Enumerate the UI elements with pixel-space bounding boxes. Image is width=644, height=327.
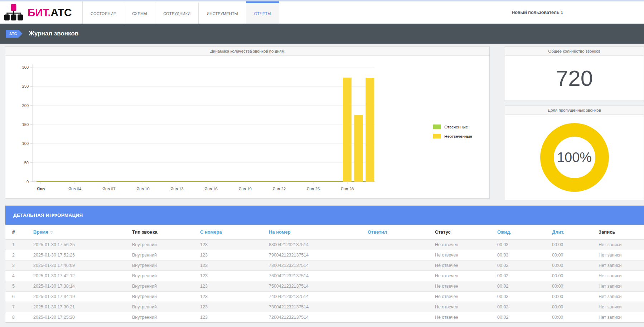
chart-axis-label: 50 [24,161,29,165]
column-header[interactable]: На номер [266,225,365,240]
table-cell: Внутренний [129,302,197,312]
table-cell: 2025-01-30 17:42:12 [30,271,129,281]
logo-text-secondary: АТС [50,6,72,18]
table-cell: 2025-01-30 17:30:21 [30,302,129,312]
table-cell: 7 [5,302,30,312]
breadcrumb: АТС Журнал звонков [0,24,644,44]
table-cell: 123 [197,271,266,281]
table-cell [365,240,432,250]
table-cell: 4 [5,271,30,281]
nav-tab-5[interactable]: ОТЧЕТЫ [246,1,280,24]
table-cell: 7400421232137514 [266,292,365,302]
chart-axis-label: Янв 16 [204,187,218,191]
navbar: БИТ.АТС СОСТОЯНИЕСХЕМЫСОТРУДНИКИИНСТРУМЕ… [0,1,644,24]
table-cell: 2025-01-30 17:34:19 [30,292,129,302]
table-cell: 7800421232137514 [266,260,365,271]
table-cell: Нет записи [596,240,644,250]
table-cell: 00:00 [549,260,596,271]
table-cell: 7200421232137514 [266,312,365,323]
table-cell: 8 [5,312,30,323]
table-cell: 123 [197,281,266,292]
chart-shape [343,78,352,182]
atc-badge[interactable]: АТС [6,30,23,38]
chart-axis-label: Янв 25 [306,187,320,191]
table-cell: Внутренний [129,292,197,302]
calls-dynamics-panel: Динамика количества звонков по дням 0501… [5,47,490,199]
table-cell: 123 [197,302,266,312]
table-cell [365,260,432,271]
table-cell: Нет записи [596,302,644,312]
table-cell: Не отвечен [432,250,494,260]
column-header[interactable]: Ожид. [494,225,549,240]
legend-label: Неотвеченные [444,134,472,138]
chart-axis-label: Янв 19 [238,187,252,191]
table-cell [365,312,432,323]
nav-tab-4[interactable]: ИНСТРУМЕНТЫ [199,1,246,24]
calls-table: #Время▽Тип звонкаС номераНа номерОтветил… [5,225,644,322]
table-cell: 00:02 [494,271,549,281]
table-cell: Нет записи [596,281,644,292]
table-cell: Нет записи [596,312,644,323]
table-row: 22025-01-30 17:52:26Внутренний1237900421… [5,250,644,260]
chart-title: Динамика количества звонков по дням [5,47,489,56]
nav-tab-3[interactable]: СОТРУДНИКИ [155,1,199,24]
table-row: 82025-01-30 17:25:30Внутренний1237200421… [5,312,644,323]
org-chart-logo-icon [4,4,23,21]
calls-bar-chart: 050100150200250300ЯнвЯнв 04Янв 07Янв 10Я… [5,56,489,197]
column-header[interactable]: С номера [197,225,266,240]
table-row: 42025-01-30 17:42:12Внутренний1237600421… [5,271,644,281]
chart-axis-label: Янв [37,187,45,191]
chart-axis-label: Янв 10 [136,187,150,191]
table-cell: 00:03 [494,250,549,260]
logo-text: БИТ.АТС [28,6,72,19]
total-calls-value: 720 [505,56,644,101]
chart-shape [365,78,374,182]
table-cell: Внутренний [129,250,197,260]
legend-item-2: Неотвеченные [433,134,472,138]
table-cell: Внутренний [129,240,197,250]
table-cell: 00:00 [549,312,596,323]
table-cell: 00:03 [494,240,549,250]
column-header[interactable]: Ответил [365,225,432,240]
chart-legend: ОтвеченныеНеотвеченные [433,125,472,143]
sort-desc-icon: ▽ [50,231,53,234]
legend-swatch [433,125,441,129]
table-cell: 6 [5,292,30,302]
table-cell: Не отвечен [432,292,494,302]
column-header[interactable]: Длит. [549,225,596,240]
table-cell: 2025-01-30 17:25:30 [30,312,129,323]
user-menu[interactable]: Новый пользователь 1 [512,10,563,15]
chart-body: 050100150200250300ЯнвЯнв 04Янв 07Янв 10Я… [5,56,489,198]
table-cell: Не отвечен [432,240,494,250]
table-cell: Внутренний [129,281,197,292]
charts-row: Динамика количества звонков по дням 0501… [5,47,644,200]
table-body: 12025-01-30 17:56:25Внутренний1238300421… [5,240,644,323]
table-cell: 7900421232137514 [266,250,365,260]
chart-axis-label: Янв 22 [272,187,286,191]
table-row: 62025-01-30 17:34:19Внутренний1237400421… [5,292,644,302]
chart-axis-label: 0 [26,180,29,184]
column-header[interactable]: Время▽ [30,225,129,240]
nav-tab-2[interactable]: СХЕМЫ [124,1,155,24]
missed-share-body: 100% [505,115,644,200]
table-header-row: #Время▽Тип звонкаС номераНа номерОтветил… [5,225,644,240]
table-cell: 7300421232137514 [266,302,365,312]
table-row: 32025-01-30 17:46:09Внутренний1237800421… [5,260,644,271]
detail-title: ДЕТАЛЬНАЯ ИНФОРМАЦИЯ [5,206,644,225]
table-cell: 2025-01-30 17:38:14 [30,281,129,292]
page-title: Журнал звонков [29,30,79,37]
table-cell: Не отвечен [432,302,494,312]
table-row: 72025-01-30 17:30:21Внутренний1237300421… [5,302,644,312]
chart-axis-label: Янв 28 [341,187,354,191]
table-cell: Нет записи [596,250,644,260]
table-cell: Нет записи [596,260,644,271]
table-row: 52025-01-30 17:38:14Внутренний1237500421… [5,281,644,292]
chart-axis-label: 300 [22,65,29,69]
table-row: 12025-01-30 17:56:25Внутренний1238300421… [5,240,644,250]
logo[interactable]: БИТ.АТС [0,1,82,24]
logo-text-primary: БИТ. [28,6,50,18]
table-cell: 00:03 [494,292,549,302]
table-cell: 8300421232137514 [266,240,365,250]
nav-tab-1[interactable]: СОСТОЯНИЕ [83,1,124,24]
table-cell: Внутренний [129,271,197,281]
